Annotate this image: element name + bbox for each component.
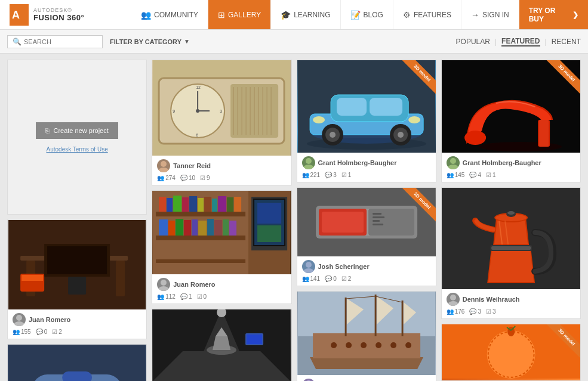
gallery-item-image[interactable]: 3D model xyxy=(442,324,580,380)
nav-features[interactable]: ⚙ FEATURES xyxy=(393,0,461,29)
create-project-card: ⎘ Create new project Autodesk Terms of U… xyxy=(7,60,147,215)
author-name[interactable]: Grant Holmberg-Baugher xyxy=(463,159,541,166)
nav-blog[interactable]: 📝 BLOG xyxy=(341,0,393,29)
views-stat: 👥 112 xyxy=(157,293,176,300)
logo-text: AUTODESK® FUSION 360° xyxy=(33,7,84,22)
comments-icon: 💬 xyxy=(325,275,332,282)
main-nav: 👥 COMMUNITY ⊞ GALLERY 🎓 LEARNING 📝 BLOG … xyxy=(131,0,588,29)
comments-stat: 💬 1 xyxy=(180,293,192,300)
stats-row: 👥 145 💬 4 ☑ 1 xyxy=(442,171,580,182)
comments-icon: 💬 xyxy=(36,329,43,335)
terms-of-use-link[interactable]: Autodesk Terms of Use xyxy=(47,146,108,153)
features-icon: ⚙ xyxy=(403,10,411,20)
views-icon: 👥 xyxy=(447,308,454,315)
gallery-item-image[interactable]: 3D model xyxy=(297,188,436,256)
svg-point-134 xyxy=(405,342,411,348)
stats-row: 👥 155 💬 0 ☑ 2 xyxy=(8,327,146,339)
views-icon: 👥 xyxy=(13,329,20,335)
comments-stat: 💬 3 xyxy=(325,172,337,178)
stats-row: 👥 274 💬 10 ☑ 9 xyxy=(152,174,291,185)
gallery-item-image[interactable] xyxy=(8,345,146,381)
user-info: Juan Romero xyxy=(8,309,146,327)
svg-rect-54 xyxy=(204,197,211,212)
svg-rect-46 xyxy=(156,236,245,240)
filter-by-category-button[interactable]: FILTER BY CATEGORY ▼ xyxy=(110,38,190,45)
try-arrow-icon: ❯ xyxy=(572,11,578,19)
header: A AUTODESK® FUSION 360° 👥 COMMUNITY ⊞ GA… xyxy=(0,0,588,30)
nav-gallery[interactable]: ⊞ GALLERY xyxy=(208,0,271,29)
gallery-item-image[interactable]: 3D model xyxy=(442,60,580,153)
avatar xyxy=(302,260,315,273)
views-stat: 👥 155 xyxy=(13,329,31,335)
author-name[interactable]: Josh Scheringer xyxy=(318,263,370,270)
sort-recent[interactable]: RECENT xyxy=(552,38,581,46)
svg-rect-58 xyxy=(234,197,241,212)
nav-learning[interactable]: 🎓 LEARNING xyxy=(271,0,340,29)
svg-rect-61 xyxy=(176,219,183,236)
vacuum-illustration xyxy=(8,345,146,381)
create-icon: ⎘ xyxy=(45,127,50,134)
list-item: Juan Romero 👥 155 💬 0 ☑ 2 xyxy=(7,219,147,339)
gallery-item-image[interactable] xyxy=(152,191,291,274)
gallery-item-image[interactable] xyxy=(442,188,580,289)
svg-rect-92 xyxy=(337,98,367,116)
search-input[interactable] xyxy=(24,38,101,45)
svg-point-130 xyxy=(346,342,352,348)
gallery-item-image[interactable]: 12 3 6 9 xyxy=(152,60,291,156)
list-item: 3D model xyxy=(297,60,436,182)
author-name[interactable]: Juan Romero xyxy=(29,316,70,323)
gallery-item-image[interactable] xyxy=(152,309,291,381)
svg-rect-113 xyxy=(372,224,383,225)
author-name[interactable]: Tanner Reid xyxy=(173,162,211,169)
user-info: Dennis Weihrauch xyxy=(442,289,580,307)
svg-point-114 xyxy=(306,262,312,268)
nav-community[interactable]: 👥 COMMUNITY xyxy=(131,0,208,29)
gallery-col-1: ⎘ Create new project Autodesk Terms of U… xyxy=(7,60,147,381)
avatar xyxy=(302,156,315,169)
search-box[interactable]: 🔍 xyxy=(7,35,103,48)
svg-rect-55 xyxy=(212,199,217,212)
svg-rect-108 xyxy=(322,212,364,233)
ship-illustration xyxy=(297,292,436,375)
create-new-project-button[interactable]: ⎘ Create new project xyxy=(36,122,118,139)
sort-featured[interactable]: FEATURED xyxy=(501,37,540,47)
views-icon: 👥 xyxy=(302,172,309,178)
sort-buttons: POPULAR | FEATURED | RECENT xyxy=(456,37,581,47)
nav-tryorbuy[interactable]: TRY OR BUY ❯ xyxy=(519,0,588,29)
svg-point-132 xyxy=(375,342,381,348)
comments-stat: 💬 4 xyxy=(469,172,481,178)
svg-rect-73 xyxy=(257,225,281,242)
svg-point-129 xyxy=(331,342,337,348)
avatar xyxy=(447,293,460,306)
svg-rect-49 xyxy=(167,198,173,212)
svg-point-154 xyxy=(507,211,515,215)
author-name[interactable]: Grant Holmberg-Baugher xyxy=(318,159,397,166)
likes-icon: ☑ xyxy=(341,172,347,178)
car-illustration xyxy=(297,60,436,153)
svg-point-100 xyxy=(313,116,325,123)
nav-signin[interactable]: → SIGN IN xyxy=(461,0,519,29)
search-icon: 🔍 xyxy=(13,38,21,46)
toolbar: 🔍 FILTER BY CATEGORY ▼ POPULAR | FEATURE… xyxy=(0,30,588,54)
list-item xyxy=(152,309,291,381)
likes-stat: ☑ 9 xyxy=(200,175,210,181)
views-stat: 👥 145 xyxy=(447,172,465,178)
blog-icon: 📝 xyxy=(350,10,361,20)
author-name[interactable]: Juan Romero xyxy=(173,281,215,288)
svg-rect-109 xyxy=(368,209,414,236)
likes-icon: ☑ xyxy=(52,329,57,335)
views-stat: 👥 176 xyxy=(447,308,465,315)
user-info: Grant Holmberg-Baugher xyxy=(297,153,436,171)
svg-rect-63 xyxy=(192,219,198,236)
coffee-illustration xyxy=(442,188,580,289)
gallery-item-image[interactable] xyxy=(297,292,436,375)
bookshelf-illustration xyxy=(152,191,291,274)
author-name[interactable]: Dennis Weihrauch xyxy=(463,296,520,303)
sort-popular[interactable]: POPULAR xyxy=(456,38,490,46)
gallery-item-image[interactable] xyxy=(8,220,146,309)
comments-icon: 💬 xyxy=(469,308,476,315)
svg-rect-48 xyxy=(159,197,166,212)
likes-stat: ☑ 0 xyxy=(197,293,207,300)
likes-icon: ☑ xyxy=(486,308,491,315)
gallery-item-image[interactable]: 3D model xyxy=(297,60,436,153)
